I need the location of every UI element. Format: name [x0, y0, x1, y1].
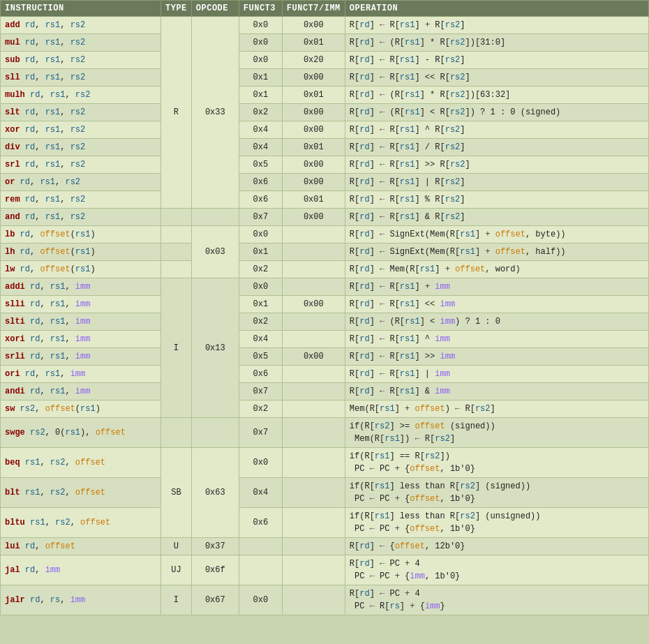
cell-operation: if(R[rs1] less than R[rs2] (signed)) PC … — [345, 478, 648, 508]
cell-funct3: 0x0 — [239, 17, 282, 34]
table-row: and rd, rs1, rs20x70x00R[rd] ← R[rs1] & … — [1, 209, 649, 226]
cell-funct7imm — [282, 400, 345, 418]
cell-type: UJ — [161, 555, 192, 585]
cell-operation: R[rd] ← R[rs1] - R[rs2] — [345, 52, 648, 69]
cell-funct7imm: 0x01 — [282, 191, 345, 209]
cell-operation: R[rd] ← R[rs1] + R[rs2] — [345, 17, 648, 34]
cell-funct3: 0x0 — [239, 226, 282, 244]
cell-opcode: 0x37 — [191, 538, 239, 555]
cell-instruction: srli rd, rs1, imm — [1, 348, 161, 366]
table-row: blt rs1, rs2, offset0x4if(R[rs1] less th… — [1, 478, 649, 508]
cell-funct3: 0x6 — [239, 508, 282, 538]
cell-instruction: sll rd, rs1, rs2 — [1, 69, 161, 87]
cell-operation: R[rd] ← R[rs1] + imm — [345, 278, 648, 296]
table-row: mul rd, rs1, rs20x00x01R[rd] ← (R[rs1] *… — [1, 34, 649, 52]
table-row: mulh rd, rs1, rs20x10x01R[rd] ← (R[rs1] … — [1, 87, 649, 104]
cell-funct7imm: 0x00 — [282, 174, 345, 191]
table-row: bltu rs1, rs2, offset0x6if(R[rs1] less t… — [1, 508, 649, 538]
table-row: swge rs2, 0(rs1), offset0x7if(R[rs2] >= … — [1, 418, 649, 448]
header-operation: OPERATION — [345, 1, 648, 17]
cell-funct7imm: 0x00 — [282, 69, 345, 87]
cell-funct3: 0x0 — [239, 52, 282, 69]
cell-instruction: ori rd, rs1, imm — [1, 366, 161, 383]
table-row: srl rd, rs1, rs20x50x00R[rd] ← R[rs1] >>… — [1, 156, 649, 174]
cell-operation: R[rd] ← PC + 4 PC ← R[rs] + {imm} — [345, 585, 648, 615]
cell-funct3: 0x1 — [239, 69, 282, 87]
table-row: div rd, rs1, rs20x40x01R[rd] ← R[rs1] / … — [1, 139, 649, 156]
cell-opcode — [191, 209, 239, 226]
cell-funct3: 0x4 — [239, 478, 282, 508]
cell-funct7imm: 0x00 — [282, 348, 345, 366]
cell-funct7imm — [282, 226, 345, 244]
cell-funct3: 0x6 — [239, 191, 282, 209]
table-body: add rd, rs1, rs2R0x330x00x00R[rd] ← R[rs… — [1, 17, 649, 615]
cell-funct3: 0x2 — [239, 104, 282, 121]
cell-funct7imm: 0x00 — [282, 156, 345, 174]
cell-opcode: 0x63 — [191, 448, 239, 538]
table-row: xor rd, rs1, rs20x40x00R[rd] ← R[rs1] ^ … — [1, 121, 649, 139]
cell-funct3: 0x6 — [239, 174, 282, 191]
cell-funct7imm: 0x01 — [282, 87, 345, 104]
cell-operation: R[rd] ← R[rs1] ^ R[rs2] — [345, 121, 648, 139]
cell-funct7imm: 0x00 — [282, 209, 345, 226]
instruction-table-container: INSTRUCTION TYPE OPCODE FUNCT3 FUNCT7/IM… — [0, 0, 649, 615]
cell-operation: R[rd] ← (R[rs1] < imm) ? 1 : 0 — [345, 313, 648, 331]
cell-instruction: add rd, rs1, rs2 — [1, 17, 161, 34]
cell-operation: R[rd] ← SignExt(Mem(R[rs1] + offset, byt… — [345, 226, 648, 244]
cell-funct3 — [239, 538, 282, 555]
cell-operation: R[rd] ← SignExt(Mem(R[rs1] + offset, hal… — [345, 244, 648, 261]
cell-type: R — [161, 17, 192, 209]
cell-funct3 — [239, 555, 282, 585]
cell-type — [161, 209, 192, 226]
header-funct7imm: FUNCT7/IMM — [282, 1, 345, 17]
cell-operation: R[rd] ← Mem(R[rs1] + offset, word) — [345, 261, 648, 278]
cell-type: I — [161, 585, 192, 615]
cell-instruction: lw rd, offset(rs1) — [1, 261, 161, 278]
cell-operation: R[rd] ← R[rs1] & imm — [345, 383, 648, 400]
cell-funct7imm — [282, 383, 345, 400]
cell-type: I — [161, 278, 192, 418]
table-row: xori rd, rs1, imm0x4R[rd] ← R[rs1] ^ imm — [1, 331, 649, 348]
cell-instruction: mul rd, rs1, rs2 — [1, 34, 161, 52]
cell-funct7imm — [282, 585, 345, 615]
table-row: andi rd, rs1, imm0x7R[rd] ← R[rs1] & imm — [1, 383, 649, 400]
cell-operation: R[rd] ← R[rs1] / R[rs2] — [345, 139, 648, 156]
table-row: add rd, rs1, rs2R0x330x00x00R[rd] ← R[rs… — [1, 17, 649, 34]
cell-operation: Mem(R[rs1] + offset) ← R[rs2] — [345, 400, 648, 418]
cell-funct3: 0x2 — [239, 400, 282, 418]
cell-funct7imm: 0x00 — [282, 17, 345, 34]
cell-funct7imm — [282, 508, 345, 538]
cell-instruction: lh rd, offset(rs1) — [1, 244, 161, 261]
cell-instruction: blt rs1, rs2, offset — [1, 478, 161, 508]
cell-operation: R[rd] ← R[rs1] << R[rs2] — [345, 69, 648, 87]
cell-operation: R[rd] ← R[rs1] | imm — [345, 366, 648, 383]
cell-instruction: bltu rs1, rs2, offset — [1, 508, 161, 538]
table-row: or rd, rs1, rs20x60x00R[rd] ← R[rs1] | R… — [1, 174, 649, 191]
cell-funct7imm: 0x01 — [282, 139, 345, 156]
cell-type — [161, 418, 192, 448]
cell-type — [161, 261, 192, 278]
cell-funct3: 0x0 — [239, 278, 282, 296]
table-row: sub rd, rs1, rs20x00x20R[rd] ← R[rs1] - … — [1, 52, 649, 69]
cell-instruction: slli rd, rs1, imm — [1, 296, 161, 313]
cell-type — [161, 226, 192, 244]
cell-funct3: 0x1 — [239, 244, 282, 261]
cell-operation: R[rd] ← (R[rs1] < R[rs2]) ? 1 : 0 (signe… — [345, 104, 648, 121]
cell-funct3: 0x0 — [239, 34, 282, 52]
table-row: lb rd, offset(rs1)0x030x0R[rd] ← SignExt… — [1, 226, 649, 244]
cell-operation: R[rd] ← (R[rs1] * R[rs2])[31:0] — [345, 34, 648, 52]
cell-operation: R[rd] ← {offset, 12b'0} — [345, 538, 648, 555]
cell-instruction: mulh rd, rs1, rs2 — [1, 87, 161, 104]
cell-operation: R[rd] ← R[rs1] | R[rs2] — [345, 174, 648, 191]
cell-instruction: andi rd, rs1, imm — [1, 383, 161, 400]
cell-funct3: 0x6 — [239, 366, 282, 383]
table-row: sw rs2, offset(rs1)0x2Mem(R[rs1] + offse… — [1, 400, 649, 418]
cell-instruction: jalr rd, rs, imm — [1, 585, 161, 615]
cell-instruction: and rd, rs1, rs2 — [1, 209, 161, 226]
cell-instruction: rem rd, rs1, rs2 — [1, 191, 161, 209]
cell-operation: if(R[rs1] == R[rs2]) PC ← PC + {offset, … — [345, 448, 648, 478]
cell-funct7imm — [282, 244, 345, 261]
cell-funct3: 0x4 — [239, 121, 282, 139]
cell-operation: R[rd] ← R[rs1] << imm — [345, 296, 648, 313]
cell-funct3: 0x2 — [239, 313, 282, 331]
